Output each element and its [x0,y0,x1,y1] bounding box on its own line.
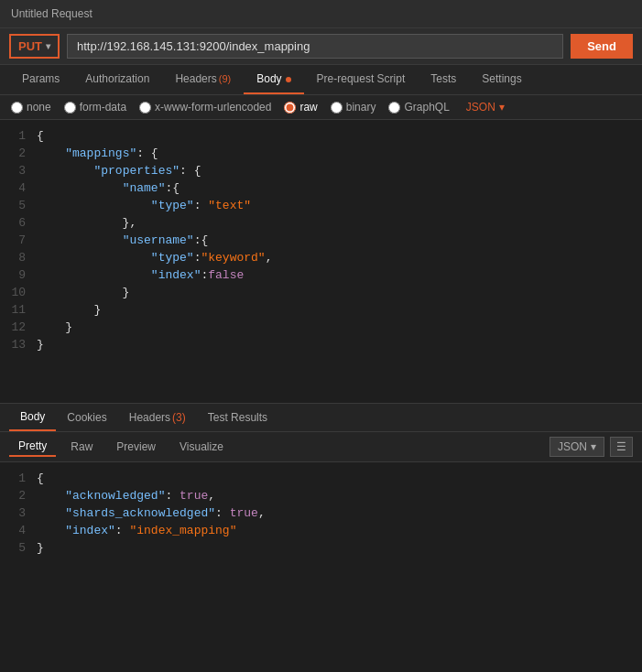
option-none[interactable]: none [11,101,51,114]
option-raw[interactable]: raw [284,101,317,114]
code-line: 2 "mappings": { [0,145,642,162]
response-code-line: 2 "acknowledged": true, [0,487,642,504]
view-pretty-button[interactable]: Pretty [9,437,56,457]
send-button[interactable]: Send [571,34,633,59]
tab-body[interactable]: Body [244,65,303,94]
code-line: 5 "type": "text" [0,197,642,214]
headers-badge: (9) [219,73,231,84]
tab-authorization[interactable]: Authorization [72,65,162,94]
response-tab-headers[interactable]: Headers(3) [118,405,197,430]
url-input[interactable] [67,34,563,59]
response-code-line: 3 "shards_acknowledged": true, [0,504,642,522]
json-format-dropdown[interactable]: JSON ▾ [466,101,505,114]
option-urlencoded[interactable]: x-www-form-urlencoded [139,101,271,114]
request-nav-tabs: Params Authorization Headers(9) Body Pre… [0,65,642,95]
json-dropdown-arrow: ▾ [499,101,505,114]
body-options: none form-data x-www-form-urlencoded raw… [0,95,642,120]
window-title: Untitled Request [11,7,92,20]
tab-tests[interactable]: Tests [418,65,469,94]
body-dot [286,77,291,82]
method-label: PUT [18,39,42,53]
code-line: 11 } [0,301,642,319]
title-bar: Untitled Request [0,0,642,28]
response-tab-cookies[interactable]: Cookies [56,405,117,430]
code-line: 12 } [0,319,642,336]
code-line: 13 } [0,336,642,353]
response-format-dropdown[interactable]: JSON ▾ [550,437,604,457]
code-line: 1 { [0,127,642,145]
code-line: 10 } [0,284,642,301]
code-line: 9 "index":false [0,266,642,284]
option-binary[interactable]: binary [331,101,376,114]
response-section: Body Cookies Headers(3) Test Results Pre… [0,404,642,595]
code-line: 7 "username":{ [0,232,642,249]
response-tab-body[interactable]: Body [9,404,56,431]
response-toolbar: Pretty Raw Preview Visualize JSON ▾ ☰ [0,432,642,462]
response-wrap-button[interactable]: ☰ [610,437,633,457]
method-selector[interactable]: PUT ▾ [9,34,60,59]
response-code-line: 4 "index": "index_mapping" [0,522,642,539]
response-code-line: 1 { [0,470,642,487]
view-preview-button[interactable]: Preview [107,438,165,456]
method-dropdown-arrow: ▾ [46,41,50,51]
tab-headers[interactable]: Headers(9) [162,65,244,94]
response-headers-badge: (3) [172,411,186,424]
response-body: 1 { 2 "acknowledged": true, 3 "shards_ac… [0,462,642,595]
request-code-editor[interactable]: 1 { 2 "mappings": { 3 "properties": { 4 … [0,120,642,404]
view-visualize-button[interactable]: Visualize [170,438,233,456]
response-tab-testresults[interactable]: Test Results [197,405,278,430]
code-line: 8 "type":"keyword", [0,249,642,266]
code-line: 6 }, [0,214,642,232]
tab-prerequest[interactable]: Pre-request Script [304,65,419,94]
url-bar: PUT ▾ Send [0,28,642,65]
code-line: 4 "name":{ [0,179,642,197]
tab-settings[interactable]: Settings [469,65,534,94]
response-code-line: 5 } [0,539,642,557]
code-line: 3 "properties": { [0,162,642,179]
option-formdata[interactable]: form-data [64,101,126,114]
view-raw-button[interactable]: Raw [61,438,102,456]
response-format-arrow: ▾ [591,440,596,453]
response-nav-tabs: Body Cookies Headers(3) Test Results [0,404,642,432]
option-graphql[interactable]: GraphQL [388,101,449,114]
tab-params[interactable]: Params [9,65,72,94]
